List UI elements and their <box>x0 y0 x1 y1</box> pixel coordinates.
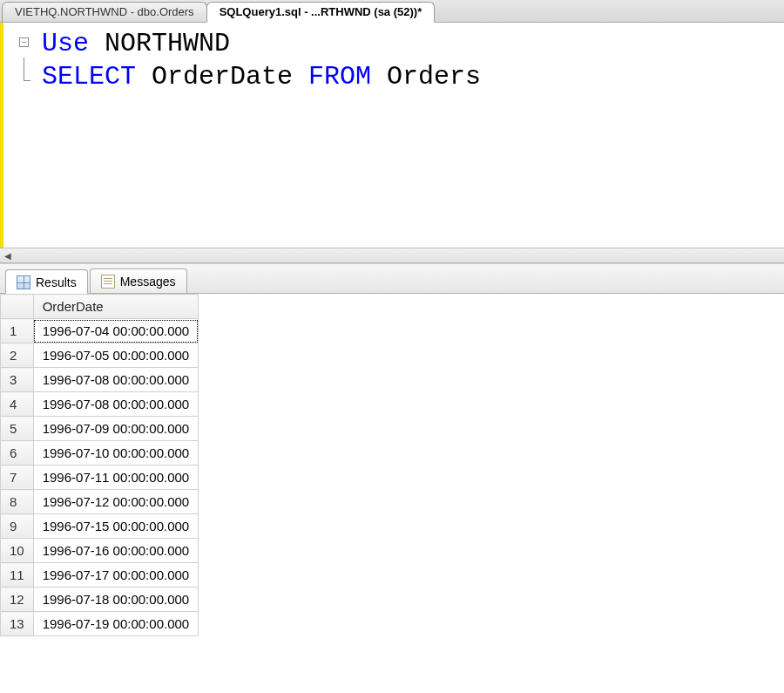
results-grid-icon <box>17 275 30 289</box>
keyword-select: SELECT <box>42 62 136 92</box>
cell-orderdate[interactable]: 1996-07-15 00:00:00.000 <box>33 514 198 539</box>
document-tabs: VIETHQ.NORTHWND - dbo.Orders SQLQuery1.s… <box>0 0 784 23</box>
cell-orderdate[interactable]: 1996-07-17 00:00:00.000 <box>33 563 198 588</box>
table-row[interactable]: 11996-07-04 00:00:00.000 <box>1 319 199 343</box>
row-number[interactable]: 4 <box>1 392 34 417</box>
tab-dbo-orders[interactable]: VIETHQ.NORTHWND - dbo.Orders <box>2 2 207 22</box>
cell-orderdate[interactable]: 1996-07-08 00:00:00.000 <box>33 392 198 417</box>
tab-results[interactable]: Results <box>5 269 88 294</box>
token-northwnd: NORTHWND <box>89 29 230 58</box>
token-orderdate: OrderDate <box>136 62 308 92</box>
messages-doc-icon <box>101 275 115 289</box>
row-number[interactable]: 10 <box>1 539 34 563</box>
code-area[interactable]: Use NORTHWND SELECT OrderDate FROM Order… <box>42 23 481 248</box>
fold-toggle-icon[interactable] <box>19 37 29 47</box>
row-number[interactable]: 6 <box>1 441 34 465</box>
editor-horizontal-scrollbar[interactable]: ◀ <box>0 248 784 263</box>
cell-orderdate[interactable]: 1996-07-05 00:00:00.000 <box>33 343 198 368</box>
table-row[interactable]: 41996-07-08 00:00:00.000 <box>1 392 199 417</box>
table-row[interactable]: 71996-07-11 00:00:00.000 <box>1 465 199 490</box>
table-row[interactable]: 61996-07-10 00:00:00.000 <box>1 441 199 465</box>
table-row[interactable]: 81996-07-12 00:00:00.000 <box>1 490 199 514</box>
results-grid[interactable]: OrderDate 11996-07-04 00:00:00.00021996-… <box>0 294 199 636</box>
row-number[interactable]: 3 <box>1 368 34 392</box>
cell-orderdate[interactable]: 1996-07-19 00:00:00.000 <box>33 612 198 636</box>
table-row[interactable]: 31996-07-08 00:00:00.000 <box>1 368 199 392</box>
table-row[interactable]: 131996-07-19 00:00:00.000 <box>1 612 199 636</box>
cell-orderdate[interactable]: 1996-07-08 00:00:00.000 <box>33 368 198 392</box>
keyword-use: Use <box>42 29 89 58</box>
row-number[interactable]: 2 <box>1 343 34 368</box>
cell-orderdate[interactable]: 1996-07-11 00:00:00.000 <box>33 465 198 490</box>
row-number[interactable]: 1 <box>1 319 34 343</box>
sql-editor[interactable]: Use NORTHWND SELECT OrderDate FROM Order… <box>0 23 784 248</box>
results-panel: Results Messages OrderDate 11996-07-04 0… <box>0 263 784 693</box>
row-number[interactable]: 11 <box>1 563 34 588</box>
column-header-orderdate[interactable]: OrderDate <box>33 295 198 319</box>
cell-orderdate[interactable]: 1996-07-12 00:00:00.000 <box>33 490 198 514</box>
results-tabs: Results Messages <box>0 264 784 294</box>
table-row[interactable]: 111996-07-17 00:00:00.000 <box>1 563 199 588</box>
row-number[interactable]: 13 <box>1 612 34 636</box>
scroll-left-icon[interactable]: ◀ <box>0 248 16 262</box>
table-row[interactable]: 51996-07-09 00:00:00.000 <box>1 417 199 441</box>
cell-orderdate[interactable]: 1996-07-04 00:00:00.000 <box>33 319 198 343</box>
tab-messages[interactable]: Messages <box>90 268 187 293</box>
cell-orderdate[interactable]: 1996-07-18 00:00:00.000 <box>33 588 198 612</box>
cell-orderdate[interactable]: 1996-07-09 00:00:00.000 <box>33 417 198 441</box>
table-row[interactable]: 21996-07-05 00:00:00.000 <box>1 343 199 368</box>
tab-results-label: Results <box>36 275 77 289</box>
row-number[interactable]: 5 <box>1 417 34 441</box>
tab-sqlquery1[interactable]: SQLQuery1.sql - ...RTHWND (sa (52))* <box>206 2 436 23</box>
grid-corner[interactable] <box>1 295 34 319</box>
table-row[interactable]: 91996-07-15 00:00:00.000 <box>1 514 199 539</box>
token-orders: Orders <box>371 62 481 92</box>
cell-orderdate[interactable]: 1996-07-16 00:00:00.000 <box>33 539 198 563</box>
table-row[interactable]: 101996-07-16 00:00:00.000 <box>1 539 199 563</box>
row-number[interactable]: 12 <box>1 588 34 612</box>
cell-orderdate[interactable]: 1996-07-10 00:00:00.000 <box>33 441 198 465</box>
table-row[interactable]: 121996-07-18 00:00:00.000 <box>1 588 199 612</box>
keyword-from: FROM <box>308 62 371 92</box>
row-number[interactable]: 9 <box>1 514 34 539</box>
row-number[interactable]: 7 <box>1 465 34 490</box>
editor-gutter <box>0 23 42 248</box>
row-number[interactable]: 8 <box>1 490 34 514</box>
tab-messages-label: Messages <box>120 275 176 289</box>
results-grid-wrap[interactable]: OrderDate 11996-07-04 00:00:00.00021996-… <box>0 294 784 693</box>
